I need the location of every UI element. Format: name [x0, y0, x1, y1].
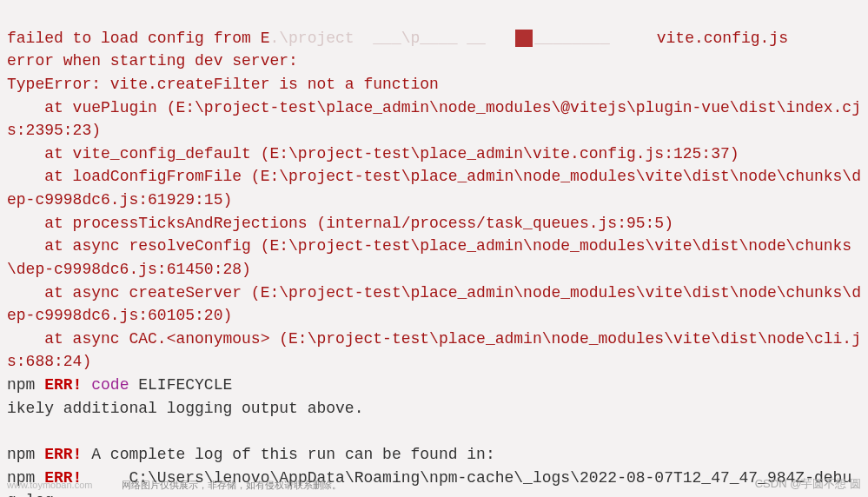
- npm-error-line: npm ERR! code ELIFECYCLE: [7, 376, 232, 394]
- error-line: TypeError: vite.createFilter is not a fu…: [7, 76, 439, 93]
- stack-trace-line: at processTicksAndRejections (internal/p…: [7, 215, 673, 232]
- npm-error-line: npm ERR! A complete log of this run can …: [7, 446, 495, 463]
- error-line: error when starting dev server:: [7, 52, 298, 70]
- redacted-icon: [515, 30, 533, 47]
- watermark-attribution: CSDN @芋圆不想 圆: [755, 475, 861, 492]
- output-line: ikely additional logging output above.: [7, 400, 363, 417]
- stack-trace-line: at async CAC.<anonymous> (E:\project-tes…: [7, 330, 861, 371]
- stack-trace-line: at async createServer (E:\project-test\p…: [7, 284, 861, 325]
- stack-trace-line: at vite_config_default (E:\project-test\…: [7, 145, 739, 162]
- stack-trace-line: at loadConfigFromFile (E:\project-test\p…: [7, 168, 861, 209]
- watermark-source: www.toymoban.com: [7, 478, 92, 492]
- terminal-output: failed to load config from E.\project __…: [7, 3, 861, 497]
- watermark-notice: 网络图片仅供展示，非存储，如有侵权请联系删除。: [122, 478, 341, 492]
- error-line: failed to load config from E.\project __…: [7, 30, 788, 47]
- stack-trace-line: at vuePlugin (E:\project-test\place_admi…: [7, 99, 861, 140]
- stack-trace-line: at async resolveConfig (E:\project-test\…: [7, 237, 851, 278]
